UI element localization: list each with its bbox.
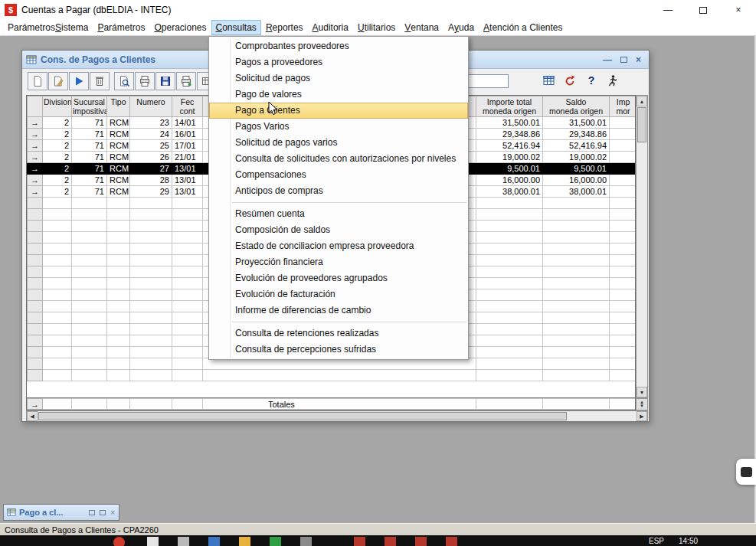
column-header-fec-cont[interactable]: Feccont: [172, 96, 203, 117]
cell[interactable]: 31,500.01: [543, 117, 610, 129]
scroll-up-button[interactable]: ▲: [637, 96, 647, 106]
cell[interactable]: 29,348.86: [543, 129, 610, 140]
cell[interactable]: 25: [130, 140, 172, 152]
cell[interactable]: 71: [72, 163, 107, 175]
preview-button[interactable]: [114, 72, 134, 90]
minwin-restore-button[interactable]: [89, 510, 95, 515]
menu-item-compensaciones[interactable]: Compensaciones: [209, 167, 468, 183]
minimize-button[interactable]: —: [650, 0, 686, 20]
taskbar-app-icon[interactable]: [415, 537, 427, 546]
menubar-item-ventana[interactable]: Ventana: [400, 20, 443, 35]
cell[interactable]: 9,500.01: [543, 163, 610, 175]
cell[interactable]: 2: [43, 163, 72, 175]
menu-item-resumen-cuenta[interactable]: Resúmen cuenta: [209, 206, 468, 222]
cell[interactable]: 2: [43, 140, 72, 152]
cell[interactable]: [610, 129, 637, 140]
cell[interactable]: [610, 117, 637, 129]
cell[interactable]: 13/01: [172, 186, 203, 198]
cell[interactable]: 2: [43, 117, 72, 129]
menu-item-informe-de-diferencias-de-cambio[interactable]: Informe de diferencias de cambio: [209, 302, 468, 319]
cell[interactable]: 71: [72, 140, 107, 152]
taskbar-app-icon[interactable]: [446, 537, 457, 546]
menu-item-pagos-varios[interactable]: Pagos Varios: [209, 119, 468, 135]
cell[interactable]: 13/01: [172, 163, 203, 175]
menubar-item-auditoria[interactable]: Auditoria: [308, 20, 353, 35]
help-button[interactable]: ?: [584, 74, 598, 87]
menu-item-solicitud-de-pagos-varios[interactable]: Solicitud de pagos varios: [209, 135, 468, 151]
cell[interactable]: 52,416.94: [476, 140, 543, 152]
cell[interactable]: 71: [72, 117, 107, 129]
cell[interactable]: [610, 186, 637, 198]
taskbar-app-icon[interactable]: [178, 537, 189, 546]
language-indicator[interactable]: ESP: [649, 537, 664, 545]
cell[interactable]: 29: [130, 186, 172, 198]
cell[interactable]: 38,000.01: [476, 186, 543, 198]
cell[interactable]: 71: [72, 129, 107, 140]
menubar-item-operaciones[interactable]: Operaciones: [149, 20, 211, 35]
menu-item-estado-de-conciliacion-empresa-proveedora[interactable]: Estado de conciliacion empresa proveedor…: [209, 238, 468, 254]
cell[interactable]: 19,000.02: [543, 152, 610, 163]
cell[interactable]: 38,000.01: [543, 186, 610, 198]
menu-item-comprobantes-proveedores[interactable]: Comprobantes proveedores: [209, 38, 468, 54]
cell[interactable]: 2: [43, 152, 72, 163]
menubar-item-parametros-sistema[interactable]: Parámetros Sistema: [3, 20, 93, 35]
taskbar-app-icon[interactable]: [270, 537, 281, 546]
cell[interactable]: 16,000.00: [543, 175, 610, 186]
table-view-button[interactable]: [542, 74, 555, 87]
taskbar-app-icon[interactable]: [208, 537, 220, 546]
child-minimize-button[interactable]: —: [603, 54, 612, 65]
menu-item-composicion-de-saldos[interactable]: Composición de saldos: [209, 222, 468, 238]
horizontal-scroll-thumb[interactable]: [38, 412, 567, 420]
row-marker[interactable]: →: [28, 129, 43, 140]
child-restore-button[interactable]: [620, 57, 627, 63]
menu-item-pagos-a-proveedores[interactable]: Pagos a proveedores: [209, 54, 468, 70]
row-marker[interactable]: →: [28, 117, 43, 129]
cell[interactable]: RCM: [107, 117, 130, 129]
run-button[interactable]: [69, 72, 89, 90]
scroll-left-button[interactable]: ◀: [27, 411, 38, 421]
scroll-down-button[interactable]: ▼: [637, 387, 647, 397]
new-button[interactable]: [28, 72, 47, 90]
column-header-saldo-moneda-origen[interactable]: Saldomoneda origen: [543, 96, 610, 117]
cell[interactable]: 26: [130, 152, 172, 163]
menu-item-solicitud-de-pagos[interactable]: Solicitud de pagos: [209, 70, 468, 87]
maximize-button[interactable]: [686, 0, 721, 20]
menubar-item-parametros[interactable]: Parámetros: [93, 20, 149, 35]
print-button[interactable]: [135, 72, 155, 90]
menubar-item-consultas[interactable]: Consultas: [211, 20, 261, 35]
row-spinner[interactable]: ▲ ▼: [636, 398, 648, 410]
cell[interactable]: 23: [130, 117, 172, 129]
menu-item-consulta-de-retenciones-realizadas[interactable]: Consulta de retenciones realizadas: [209, 325, 468, 342]
cell[interactable]: RCM: [107, 186, 130, 198]
row-marker[interactable]: →: [28, 175, 43, 186]
menu-item-evolucion-de-proveedores-agrupados[interactable]: Evolución de proveedores agrupados: [209, 270, 468, 286]
refresh-button[interactable]: [563, 74, 577, 87]
cell[interactable]: [610, 175, 637, 186]
cell[interactable]: [610, 163, 637, 175]
cell[interactable]: RCM: [107, 175, 130, 186]
column-header-importe-total-moneda-origen[interactable]: Importe totalmoneda origen: [476, 96, 543, 117]
cell[interactable]: [610, 152, 637, 163]
cell[interactable]: 28: [130, 175, 172, 186]
scroll-right-button[interactable]: ▶: [637, 411, 647, 421]
column-header-tipo[interactable]: Tipo: [107, 96, 130, 117]
chat-widget[interactable]: [736, 459, 756, 485]
delete-button[interactable]: [90, 72, 110, 90]
print-setup-button[interactable]: [176, 72, 196, 90]
child-close-button[interactable]: ×: [636, 54, 641, 65]
clock[interactable]: 14:50: [679, 537, 698, 545]
row-marker[interactable]: →: [28, 186, 43, 198]
menubar-item-utilitarios[interactable]: Utilitarios: [353, 20, 400, 35]
cell[interactable]: RCM: [107, 129, 130, 140]
column-header-imp-mor[interactable]: Impmor: [610, 96, 637, 117]
close-button[interactable]: ×: [721, 0, 756, 20]
column-header-division[interactable]: Division: [43, 96, 72, 117]
cell[interactable]: 14/01: [172, 117, 203, 129]
cell[interactable]: 71: [72, 152, 107, 163]
exit-button[interactable]: [606, 74, 620, 87]
menu-item-consulta-de-percepciones-sufridas[interactable]: Consulta de percepciones sufridas: [209, 342, 468, 358]
taskbar-folder-icon[interactable]: [239, 537, 250, 546]
minimized-window[interactable]: Pago a cl... ×: [3, 504, 119, 521]
cell[interactable]: 2: [43, 129, 72, 140]
column-header-blank[interactable]: [28, 96, 43, 117]
